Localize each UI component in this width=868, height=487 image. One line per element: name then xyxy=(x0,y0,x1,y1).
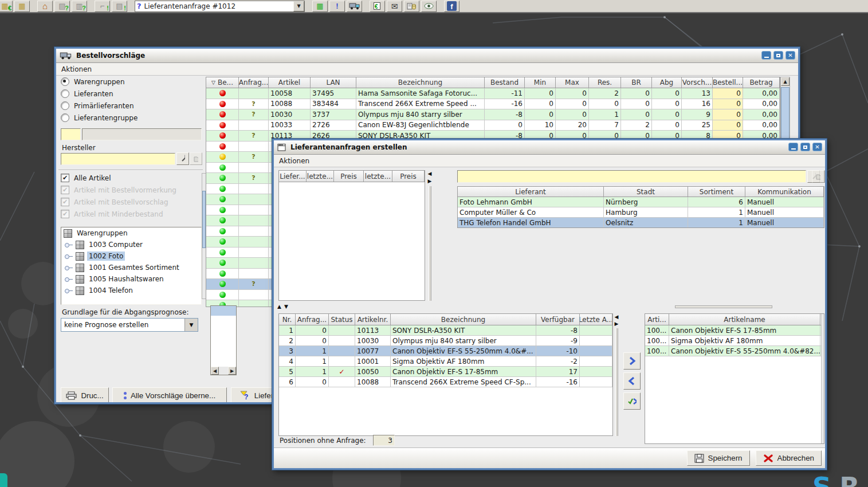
col-artikel[interactable]: Artikel xyxy=(269,77,311,88)
col-artikelnr[interactable]: Arti... xyxy=(645,314,669,325)
gruppe-code-field[interactable] xyxy=(61,128,81,140)
col-artikelname[interactable]: Artikelname xyxy=(669,314,820,325)
drucken-button[interactable]: Druc... xyxy=(61,387,109,402)
scroll-up-arrow[interactable]: ▲ xyxy=(781,77,790,86)
supplier-search-field[interactable] xyxy=(457,170,806,183)
gruppe-name-field[interactable] xyxy=(82,128,202,140)
tree-branch-icon[interactable] xyxy=(64,262,73,273)
toolbar-exclaim-blue-button[interactable]: ! xyxy=(329,1,345,12)
menu-aktionen[interactable]: Aktionen xyxy=(61,65,92,73)
collapse-left-arrow[interactable]: ◀ xyxy=(615,315,619,320)
col-stadt[interactable]: Stadt xyxy=(604,187,688,197)
col-abg[interactable]: Abg xyxy=(652,77,682,88)
table-row[interactable]: 10030 3737 Olympus mju 840 starry silber… xyxy=(206,109,780,120)
radio-option[interactable]: Warengruppen xyxy=(61,76,202,88)
list-item[interactable] xyxy=(211,316,236,325)
article-row[interactable]: 100... Canon Objektiv EF-S 17-85mm xyxy=(645,325,824,336)
col-letzte2[interactable]: letzte... xyxy=(364,171,392,182)
checkbox-option[interactable]: Artikel mit Minderbestand xyxy=(61,208,202,220)
toolbar-article-question-button[interactable]: ▥? xyxy=(72,1,87,12)
menu-aktionen[interactable]: Aktionen xyxy=(279,157,309,165)
toolbar-grid-button[interactable]: ▦ xyxy=(312,1,328,12)
radio-option[interactable]: Lieferanten xyxy=(61,88,202,100)
horizontal-splitter[interactable]: ▲ ▼ xyxy=(274,304,825,311)
supplier-folder-button[interactable] xyxy=(812,170,824,183)
col-be[interactable]: ▽Be... xyxy=(206,77,239,88)
combobox-dropdown-arrow[interactable]: ▼ xyxy=(293,1,304,11)
toolbar-envelope-button[interactable]: ✉ xyxy=(387,1,402,12)
col-betrag[interactable]: Betrag xyxy=(743,77,780,88)
hersteller-open-button[interactable] xyxy=(190,152,202,165)
toolbar-truck-button[interactable] xyxy=(347,1,362,12)
collapse-up-arrow[interactable]: ▲ xyxy=(277,304,281,309)
position-row[interactable]: 6 0 10088 Transcend 266X Extreme Speed C… xyxy=(279,377,612,387)
col-bestellung[interactable]: Bestell... xyxy=(713,77,743,88)
splitter-handle[interactable] xyxy=(675,305,772,308)
col-lieferant[interactable]: Liefer... xyxy=(279,171,307,182)
collapse-left-arrow[interactable]: ◀ xyxy=(428,171,432,176)
position-row[interactable]: 1 0 10113 SONY DSLR-A350 KIT -8 xyxy=(279,325,612,336)
toolbar-catalog-question-button[interactable]: ▤? xyxy=(54,1,70,12)
toolbar-eye-button[interactable] xyxy=(421,1,437,12)
tree-node[interactable]: 1001 Gesamtes Sortiment xyxy=(61,262,201,273)
radio-option[interactable]: Lieferantengruppe xyxy=(61,112,202,124)
mini-hscrollbar[interactable]: ◀ ▶ xyxy=(211,367,236,375)
position-row[interactable]: 2 0 10030 Olympus mju 840 starry silber … xyxy=(279,336,612,346)
col-anfrage[interactable]: Anfrag... xyxy=(239,77,269,88)
tree-root[interactable]: Warengruppen xyxy=(61,227,201,239)
checkbox-option[interactable]: Artikel mit Bestellvormerkung xyxy=(61,184,202,196)
supplier-row[interactable]: Foto Lehmann GmbH Nürnberg 6 Manuell xyxy=(458,197,824,207)
toolbar-home-button[interactable]: ⌂ xyxy=(37,1,53,12)
checkbox-option[interactable]: Alle Artikel xyxy=(61,172,202,184)
col-letzte1[interactable]: letzte... xyxy=(307,171,334,182)
combobox-dropdown-arrow[interactable]: ▼ xyxy=(184,319,198,331)
col-nr[interactable]: Nr. xyxy=(279,314,296,325)
move-right-button[interactable] xyxy=(623,352,641,370)
close-button[interactable]: ✕ xyxy=(812,143,822,151)
vertical-splitter[interactable]: ◀ ▶ xyxy=(426,170,433,301)
table-row[interactable]: 10058 37495 Hama Samsonite Safaga Fotoru… xyxy=(206,88,780,99)
anfrage-selector-combobox[interactable]: ? Lieferantenanfrage #1012 ▼ xyxy=(135,1,305,12)
article-row[interactable]: 100... Canon Objektiv EF-S 55-250mm 4.0&… xyxy=(645,346,824,356)
col-bezeichnung[interactable]: Bezeichnung xyxy=(391,314,536,325)
scroll-left-arrow[interactable]: ◀ xyxy=(211,367,219,375)
position-row[interactable]: 3 1 10077 Canon Objektiv EF-S 55-250mm 4… xyxy=(279,346,612,356)
maximize-button[interactable] xyxy=(773,51,783,60)
speichern-button[interactable]: Speichern xyxy=(687,450,750,466)
col-min[interactable]: Min xyxy=(525,77,556,88)
collapse-right-arrow[interactable]: ▶ xyxy=(615,321,619,327)
col-status[interactable]: Status xyxy=(329,314,355,325)
col-lan[interactable]: LAN xyxy=(311,77,356,88)
toolbar-euro-doc-button[interactable]: € xyxy=(370,1,385,12)
col-max[interactable]: Max xyxy=(556,77,589,88)
table-row[interactable]: 10033 2726 Canon EW-83J Gegenlichtblende… xyxy=(206,120,780,131)
scroll-right-arrow[interactable]: ▶ xyxy=(228,367,236,375)
tree-branch-icon[interactable] xyxy=(64,239,73,250)
supplier-row[interactable]: THG Telefon Handel GmbH Oelsnitz 1 Manue… xyxy=(458,218,824,228)
positions-splitter[interactable]: ◀ ▶ xyxy=(613,315,620,436)
maximize-button[interactable] xyxy=(800,143,810,151)
toolbar-facebook-button[interactable]: f xyxy=(444,1,459,12)
toolbar-catalog-exclaim-button[interactable]: ▤! xyxy=(112,1,127,12)
col-preis2[interactable]: Preis xyxy=(392,171,425,182)
apply-move-button[interactable] xyxy=(623,392,641,410)
toolbar-table-cube-button[interactable]: ▦ xyxy=(14,1,30,12)
tree-branch-icon[interactable] xyxy=(64,273,73,285)
position-row[interactable]: 5 1 ✓ 10050 Canon Objektiv EF-S 17-85mm … xyxy=(279,367,612,377)
abbrechen-button[interactable]: Abbrechen xyxy=(756,450,822,466)
list-item[interactable] xyxy=(211,306,236,316)
col-vorschlag[interactable]: Vorsch... xyxy=(682,77,713,88)
col-artikelnr[interactable]: Artikelnr. xyxy=(355,314,391,325)
close-button[interactable]: ✕ xyxy=(785,51,795,60)
prognose-combobox[interactable]: keine Prognose erstellen ▼ xyxy=(61,318,198,332)
toolbar-table-euro-button[interactable]: ▦€ xyxy=(0,1,13,12)
tree-branch-icon[interactable] xyxy=(64,250,73,262)
col-lieferant[interactable]: Lieferant xyxy=(458,187,604,197)
col-letzte[interactable]: Letzte A... xyxy=(580,314,612,325)
minimize-button[interactable] xyxy=(761,51,771,60)
supplier-row[interactable]: Computer Müller & Co Hamburg 1 Manuell xyxy=(458,207,824,218)
alle-vorschlaege-uebernehmen-button[interactable]: Alle Vorschläge überne... xyxy=(112,387,227,402)
toolbar-person-exclaim-button[interactable]: ⌐! xyxy=(95,1,110,12)
col-kommunikation[interactable]: Kommunikation xyxy=(745,187,824,197)
collapse-right-arrow[interactable]: ▶ xyxy=(428,179,432,184)
